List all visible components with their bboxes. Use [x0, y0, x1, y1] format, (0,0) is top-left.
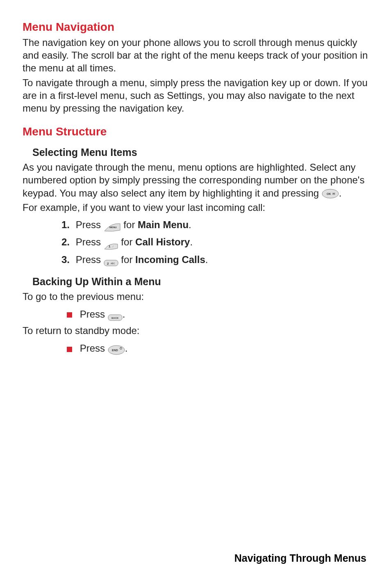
paragraph-nav-intro: The navigation key on your phone allows …	[23, 36, 368, 75]
bullet-icon	[67, 312, 72, 318]
heading-menu-navigation: Menu Navigation	[23, 21, 368, 34]
item-number: 1.	[61, 217, 73, 233]
paragraph-back-prev: To go to the previous menu:	[23, 290, 368, 303]
item-number: 3.	[61, 252, 73, 268]
subheading-backing-up: Backing Up Within a Menu	[32, 276, 368, 288]
item-bold-text: Call History	[135, 236, 190, 247]
period: .	[125, 343, 128, 354]
item-pre-text: Press	[76, 236, 104, 247]
menu-key-icon: MENU	[104, 221, 121, 231]
page-footer-title: Navigating Through Menus	[234, 552, 366, 564]
svg-text:2: 2	[107, 262, 109, 265]
ordered-list-steps: 1. Press MENU for Main Menu. 2. Press 1 …	[61, 217, 368, 268]
item-pre-text: Press	[76, 219, 104, 230]
list-item: Press BACK .	[67, 307, 368, 322]
subheading-selecting-items: Selecting Menu Items	[32, 146, 368, 158]
paragraph-example-intro: For example, if you want to view your la…	[23, 201, 368, 214]
bullet-list-end: Press END .	[67, 341, 368, 356]
item-bold-text: Main Menu	[138, 219, 189, 230]
list-item: 1. Press MENU for Main Menu.	[61, 217, 368, 233]
list-item: 2. Press 1 .-' for Call History.	[61, 234, 368, 250]
svg-text:OK: OK	[327, 192, 331, 195]
back-key-icon: BACK	[108, 311, 123, 319]
paragraph-select-text: As you navigate through the menu, menu o…	[23, 162, 364, 198]
item-end-text: .	[189, 219, 191, 230]
svg-text:END: END	[112, 349, 118, 352]
svg-text:.-': .-'	[112, 245, 114, 248]
svg-text:1: 1	[109, 245, 111, 248]
list-item: 3. Press 2 ABC for Incoming Calls.	[61, 252, 368, 268]
item-bold-text: Incoming Calls	[135, 254, 205, 265]
item-number: 2.	[61, 234, 73, 250]
svg-text:ABC: ABC	[111, 262, 115, 265]
item-pre-text: Press	[76, 254, 104, 265]
item-end-text: .	[190, 236, 193, 247]
item-post-text: for	[121, 236, 135, 247]
item-pre-text: Press	[80, 309, 108, 320]
item-post-text: for	[121, 254, 135, 265]
heading-menu-structure: Menu Structure	[23, 125, 368, 138]
item-end-text: .	[205, 254, 208, 265]
paragraph-nav-howto: To navigate through a menu, simply press…	[23, 76, 368, 115]
two-key-icon: 2 ABC	[104, 256, 118, 264]
period: .	[339, 188, 342, 199]
period: .	[123, 309, 125, 320]
paragraph-back-standby: To return to standby mode:	[23, 324, 368, 337]
svg-text:✉: ✉	[332, 192, 335, 196]
ok-key-icon: OK ✉	[322, 189, 339, 199]
list-item: Press END .	[67, 341, 368, 356]
bullet-list-back: Press BACK .	[67, 307, 368, 322]
bullet-icon	[67, 347, 72, 352]
svg-text:BACK: BACK	[111, 317, 119, 319]
paragraph-select-intro: As you navigate through the menu, menu o…	[23, 161, 368, 199]
end-key-icon: END	[108, 344, 125, 354]
item-pre-text: Press	[80, 343, 108, 354]
one-key-icon: 1 .-'	[104, 239, 118, 247]
svg-text:MENU: MENU	[109, 226, 117, 229]
item-post-text: for	[123, 219, 138, 230]
